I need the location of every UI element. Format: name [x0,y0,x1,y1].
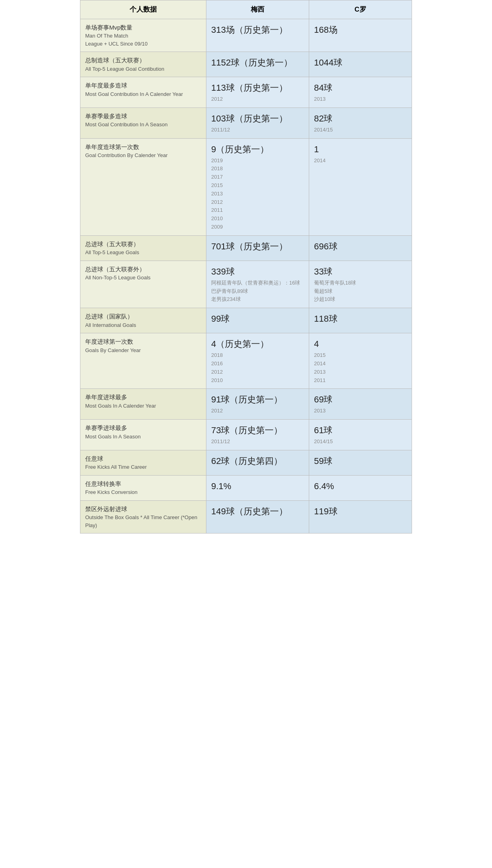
ronaldo-main-value: 119球 [314,505,407,518]
messi-main-value: 113球（历史第一） [211,81,304,94]
row-ronaldo-8: 42015 2014 2013 2011 [309,333,412,389]
header-label: 个人数据 [80,0,206,19]
ronaldo-main-value: 59球 [314,454,407,468]
label-en: All Top-5 League Goal Contibution [85,65,201,73]
label-en: All Non-Top-5 League Goals [85,274,201,282]
messi-sub-value: 2011/12 [211,126,304,134]
messi-sub-value: 2018 2016 2012 2010 [211,351,304,384]
messi-main-value: 62球（历史第四） [211,454,304,468]
row-label-2: 单年度最多造球Most Goal Contribution In A Calen… [80,77,206,108]
row-messi-7: 99球 [206,308,309,333]
label-zh: 任意球 [85,455,103,462]
messi-sub-value: 2019 2018 2017 2015 2013 2012 2011 2010 … [211,157,304,231]
ronaldo-main-value: 33球 [314,265,407,278]
messi-main-value: 4（历史第一） [211,337,304,350]
ronaldo-main-value: 118球 [314,312,407,325]
row-messi-10: 73球（历史第一）2011/12 [206,420,309,450]
messi-main-value: 339球 [211,265,304,278]
row-messi-3: 103球（历史第一）2011/12 [206,108,309,138]
label-en: Free Kicks Conversion [85,488,201,496]
row-messi-6: 339球阿根廷青年队（世青赛和奥运）：16球 巴萨青年队89球 老男孩234球 [206,261,309,308]
ronaldo-main-value: 4 [314,337,407,350]
ronaldo-main-value: 61球 [314,424,407,437]
label-zh: 单场赛事Mvp数量 [85,24,132,31]
ronaldo-main-value: 69球 [314,393,407,406]
row-messi-13: 149球（历史第一） [206,500,309,534]
row-ronaldo-9: 69球2013 [309,389,412,420]
messi-main-value: 701球（历史第一） [211,240,304,253]
row-ronaldo-11: 59球 [309,450,412,475]
row-label-5: 总进球（五大联赛）All Top-5 League Goals [80,235,206,261]
label-zh: 单赛季进球最多 [85,424,127,431]
row-messi-12: 9.1% [206,475,309,500]
row-label-10: 单赛季进球最多Most Goals In A Season [80,420,206,450]
row-messi-8: 4（历史第一）2018 2016 2012 2010 [206,333,309,389]
row-label-4: 单年度造球第一次数Goal Contribution By Calender Y… [80,138,206,235]
label-en: Outside The Box Goals * All Time Career … [85,514,201,529]
messi-main-value: 313场（历史第一） [211,23,304,36]
row-ronaldo-7: 118球 [309,308,412,333]
messi-sub-value: 2012 [211,95,304,104]
row-label-12: 任意球转换率Free Kicks Conversion [80,475,206,500]
messi-main-value: 9.1% [211,480,304,493]
row-ronaldo-5: 696球 [309,235,412,261]
ronaldo-sub-value: 2013 [314,407,407,415]
label-en: Goal Contribution By Calender Year [85,151,201,159]
ronaldo-main-value: 6.4% [314,480,407,493]
ronaldo-sub-value: 2015 2014 2013 2011 [314,351,407,384]
messi-main-value: 73球（历史第一） [211,424,304,437]
messi-main-value: 91球（历史第一） [211,393,304,406]
ronaldo-main-value: 168场 [314,23,407,36]
ronaldo-sub-value: 2013 [314,95,407,104]
ronaldo-sub-value: 2014 [314,157,407,165]
label-zh: 年度进球第一次数 [85,338,133,345]
messi-main-value: 1152球（历史第一） [211,56,304,69]
row-ronaldo-0: 168场 [309,19,412,52]
row-messi-5: 701球（历史第一） [206,235,309,261]
label-en: All International Goals [85,321,201,329]
label-zh: 单赛季最多造球 [85,113,127,119]
row-ronaldo-1: 1044球 [309,52,412,77]
row-ronaldo-2: 84球2013 [309,77,412,108]
label-en: Man Of The Match League + UCL Since 09/1… [85,32,201,48]
label-en: All Top-5 League Goals [85,249,201,257]
row-messi-4: 9（历史第一）2019 2018 2017 2015 2013 2012 201… [206,138,309,235]
label-zh: 单年度造球第一次数 [85,143,139,150]
ronaldo-main-value: 696球 [314,240,407,253]
row-label-9: 单年度进球最多Most Goals In A Calender Year [80,389,206,420]
label-en: Goals By Calender Year [85,346,201,354]
row-ronaldo-13: 119球 [309,500,412,534]
ronaldo-sub-value: 2014/15 [314,126,407,134]
row-ronaldo-12: 6.4% [309,475,412,500]
messi-main-value: 9（历史第一） [211,143,304,156]
label-zh: 单年度进球最多 [85,394,127,400]
row-label-13: 禁区外远射进球Outside The Box Goals * All Time … [80,500,206,534]
label-en: Most Goal Contribution In A Season [85,121,201,129]
row-ronaldo-3: 82球2014/15 [309,108,412,138]
messi-sub-value: 阿根廷青年队（世青赛和奥运）：16球 巴萨青年队89球 老男孩234球 [211,279,304,304]
label-zh: 总进球（五大联赛外） [85,266,145,273]
row-ronaldo-10: 61球2014/15 [309,420,412,450]
label-en: Most Goals In A Calender Year [85,402,201,410]
label-zh: 单年度最多造球 [85,82,127,89]
row-label-1: 总制造球（五大联赛）All Top-5 League Goal Contibut… [80,52,206,77]
header-ronaldo: C罗 [309,0,412,19]
messi-main-value: 99球 [211,312,304,325]
label-zh: 禁区外远射进球 [85,506,127,512]
label-en: Free Kicks All Time Career [85,463,201,471]
ronaldo-main-value: 82球 [314,112,407,125]
label-zh: 总进球（国家队） [85,313,133,320]
row-label-11: 任意球Free Kicks All Time Career [80,450,206,475]
ronaldo-main-value: 1 [314,143,407,156]
row-label-6: 总进球（五大联赛外）All Non-Top-5 League Goals [80,261,206,308]
row-label-3: 单赛季最多造球Most Goal Contribution In A Seaso… [80,108,206,138]
row-label-8: 年度进球第一次数Goals By Calender Year [80,333,206,389]
messi-sub-value: 2012 [211,407,304,415]
label-zh: 任意球转换率 [85,480,121,487]
ronaldo-main-value: 1044球 [314,56,407,69]
ronaldo-sub-value: 2014/15 [314,438,407,446]
messi-main-value: 103球（历史第一） [211,112,304,125]
label-zh: 总进球（五大联赛） [85,241,139,247]
row-messi-0: 313场（历史第一） [206,19,309,52]
row-messi-9: 91球（历史第一）2012 [206,389,309,420]
